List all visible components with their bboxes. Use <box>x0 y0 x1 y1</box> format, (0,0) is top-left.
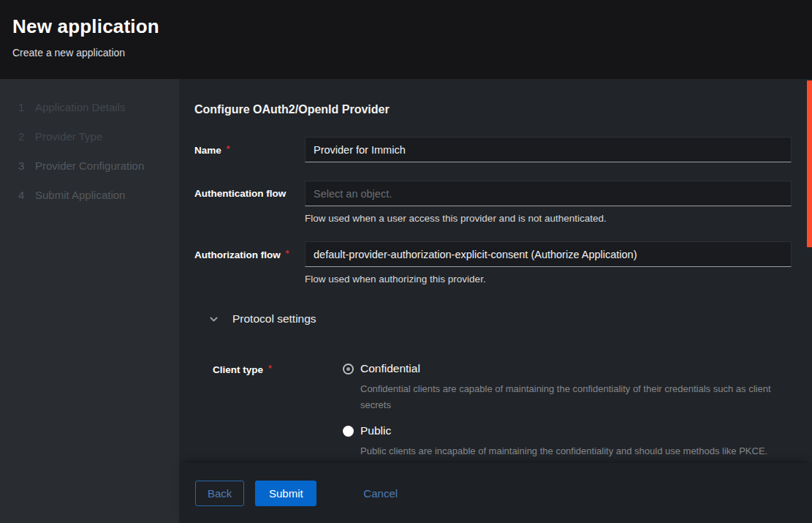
required-asterisk: * <box>268 364 272 374</box>
wizard-step-provider-configuration[interactable]: 3 Provider Configuration <box>18 159 179 173</box>
wizard-step-submit-application[interactable]: 4 Submit Application <box>18 189 179 202</box>
step-number: 2 <box>18 130 35 143</box>
step-label: Provider Configuration <box>35 159 144 173</box>
protocol-settings-label: Protocol settings <box>232 312 316 326</box>
form-row-name: Name* <box>194 137 792 162</box>
radio-public-description: Public clients are incapable of maintain… <box>360 443 767 459</box>
authorization-flow-label: Authorization flow* <box>194 241 305 285</box>
radio-public[interactable] <box>343 426 354 437</box>
cancel-link[interactable]: Cancel <box>363 487 398 500</box>
required-asterisk: * <box>286 249 289 259</box>
step-number: 4 <box>18 189 35 202</box>
radio-confidential[interactable] <box>343 364 354 375</box>
step-label: Application Details <box>35 101 125 114</box>
step-label: Submit Application <box>35 189 125 202</box>
page-subtitle: Create a new application <box>12 47 794 59</box>
radio-confidential-label[interactable]: Confidential <box>360 362 792 375</box>
step-number: 3 <box>18 159 35 173</box>
authentication-flow-label: Authentication flow <box>194 181 305 224</box>
form-row-authentication-flow: Authentication flow Flow used when a use… <box>194 181 792 224</box>
wizard-header: New application Create a new application <box>0 0 812 79</box>
page-title: New application <box>12 15 794 38</box>
radio-public-label[interactable]: Public <box>360 424 767 437</box>
authentication-flow-help: Flow used when a user access this provid… <box>305 213 792 224</box>
wizard-main: Configure OAuth2/OpenId Provider Name* A… <box>179 79 812 523</box>
step-number: 1 <box>18 101 35 114</box>
client-type-option-confidential: Confidential Confidential clients are ca… <box>343 362 792 413</box>
wizard-step-provider-type[interactable]: 2 Provider Type <box>18 130 179 143</box>
chevron-down-icon <box>209 315 219 324</box>
back-button[interactable]: Back <box>195 481 244 506</box>
wizard-nav: 1 Application Details 2 Provider Type 3 … <box>0 79 179 523</box>
scrollbar-thumb[interactable] <box>807 80 812 247</box>
authorization-flow-help: Flow used when authorizing this provider… <box>305 274 792 285</box>
name-input[interactable] <box>305 137 792 162</box>
client-type-option-public: Public Public clients are incapable of m… <box>343 424 792 459</box>
authorization-flow-select[interactable] <box>305 241 792 267</box>
name-label: Name* <box>194 137 305 162</box>
required-asterisk: * <box>227 144 230 154</box>
form-row-client-type: Client type* Confidential Confidential c… <box>194 362 792 459</box>
step-label: Provider Type <box>35 130 102 143</box>
wizard-step-application-details[interactable]: 1 Application Details <box>18 101 179 114</box>
protocol-settings-toggle[interactable]: Protocol settings <box>209 312 316 326</box>
wizard-content: Configure OAuth2/OpenId Provider Name* A… <box>179 79 812 463</box>
authentication-flow-select[interactable] <box>305 181 792 206</box>
wizard-footer: Back Submit Cancel <box>179 463 812 523</box>
form-row-authorization-flow: Authorization flow* Flow used when autho… <box>194 241 792 285</box>
content-heading: Configure OAuth2/OpenId Provider <box>194 103 792 116</box>
client-type-label: Client type* <box>213 362 343 459</box>
radio-confidential-description: Confidential clients are capable of main… <box>360 381 792 413</box>
submit-button[interactable]: Submit <box>255 481 316 506</box>
